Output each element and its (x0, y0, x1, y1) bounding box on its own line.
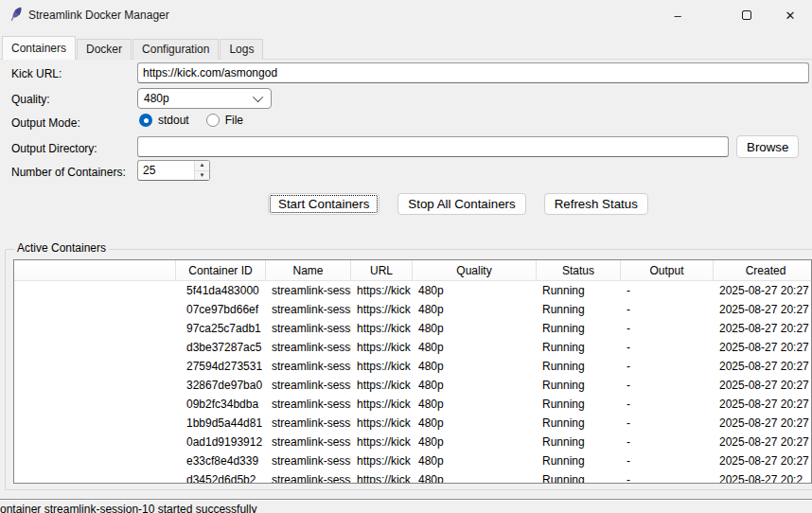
maximize-icon (742, 10, 751, 20)
chevron-down-icon (253, 92, 263, 102)
cell-output: - (621, 433, 714, 451)
cell-quality: 480p (413, 451, 537, 470)
cell-tree (14, 338, 176, 357)
cell-tree (14, 414, 176, 433)
action-buttons: Start Containers Stop All Containers Ref… (268, 193, 648, 215)
tab-containers[interactable]: Containers (2, 36, 76, 60)
column-header-name[interactable]: Name (266, 260, 351, 280)
cell-container-id: 0ad1d9193912 (176, 433, 266, 451)
radio-unselected-icon[interactable] (206, 114, 220, 127)
cell-name: streamlink-sessio (266, 300, 351, 319)
column-header-url[interactable]: URL (351, 260, 413, 280)
cell-name: streamlink-sessio (266, 357, 351, 376)
cell-status: Running (537, 395, 621, 414)
column-header-created[interactable]: Created (714, 260, 812, 280)
cell-output: - (621, 300, 714, 319)
cell-created: 2025-08-27 20:27 (714, 357, 812, 376)
table-row[interactable]: 27594d273531streamlink-sessiohttps://kic… (14, 357, 811, 376)
start-containers-button[interactable]: Start Containers (268, 193, 380, 215)
cell-tree (14, 300, 176, 319)
cell-url: https://kick (351, 338, 413, 357)
cell-status: Running (537, 281, 621, 300)
table-row[interactable]: 5f41da483000streamlink-sessiohttps://kic… (14, 281, 811, 300)
tab-configuration[interactable]: Configuration (132, 39, 219, 60)
cell-created: 2025-08-27 20:27 (714, 433, 812, 451)
cell-output: - (621, 470, 714, 483)
table-row[interactable]: 1bb9d5a44d81streamlink-sessiohttps://kic… (14, 414, 811, 433)
quality-select[interactable]: 480p (137, 88, 272, 109)
output-directory-input[interactable] (137, 136, 729, 157)
column-header-tree[interactable] (14, 260, 176, 280)
cell-name: streamlink-sessio (266, 395, 351, 414)
cell-output: - (621, 281, 714, 300)
table-row[interactable]: d3452d6d5b2streamlink-sessiohttps://kick… (14, 470, 811, 483)
quality-selected-value: 480p (144, 89, 169, 108)
cell-url: https://kick (351, 319, 413, 338)
kick-url-input[interactable]: https://kick.com/asmongod (137, 62, 809, 83)
cell-quality: 480p (413, 414, 537, 433)
cell-url: https://kick (351, 470, 413, 483)
cell-container-id: 27594d273531 (176, 357, 266, 376)
table-row[interactable]: 0ad1d9193912streamlink-sessiohttps://kic… (14, 433, 811, 451)
column-header-output[interactable]: Output (621, 260, 714, 280)
radio-option-file[interactable]: File (206, 114, 243, 127)
cell-created: 2025-08-27 20:27 (714, 451, 812, 470)
cell-output: - (621, 395, 714, 414)
table-row[interactable]: 09b2fc34bdbastreamlink-sessiohttps://kic… (14, 395, 811, 414)
cell-container-id: d3be37287ac5 (176, 338, 266, 357)
app-feather-icon (9, 7, 24, 22)
cell-url: https://kick (351, 281, 413, 300)
stepper-arrows: ▲ ▼ (194, 161, 209, 180)
cell-created: 2025-08-27 20:27 (714, 338, 812, 357)
cell-tree (14, 319, 176, 338)
table-row[interactable]: 97ca25c7adb1streamlink-sessiohttps://kic… (14, 319, 811, 338)
output-mode-label: Output Mode: (11, 116, 80, 130)
num-containers-label: Number of Containers: (11, 166, 126, 179)
stepper-down-icon[interactable]: ▼ (195, 171, 209, 181)
cell-name: streamlink-sessio (266, 414, 351, 433)
refresh-status-button[interactable]: Refresh Status (544, 193, 648, 215)
table-body: 5f41da483000streamlink-sessiohttps://kic… (14, 281, 811, 483)
num-containers-stepper[interactable]: 25 ▲ ▼ (137, 160, 210, 181)
tab-bar: ContainersDockerConfigurationLogs (2, 38, 264, 60)
table-row[interactable]: e33cf8e4d339streamlink-sessiohttps://kic… (14, 451, 811, 470)
tab-docker[interactable]: Docker (77, 39, 132, 60)
cell-status: Running (537, 319, 621, 338)
active-containers-group: Active Containers Container IDNameURLQua… (5, 249, 812, 490)
table-row[interactable]: d3be37287ac5streamlink-sessiohttps://kic… (14, 338, 811, 357)
cell-status: Running (537, 376, 621, 395)
stepper-up-icon[interactable]: ▲ (195, 161, 209, 171)
cell-created: 2025-08-27 20:27 (714, 281, 812, 300)
cell-created: 2025-08-27 20:2 (714, 470, 811, 483)
status-bar-text: ontainer streamlink-session-10 started s… (0, 503, 812, 513)
maximize-button[interactable] (725, 0, 768, 30)
radio-option-stdout[interactable]: stdout (139, 114, 189, 127)
cell-created: 2025-08-27 20:27 (714, 414, 812, 433)
cell-quality: 480p (413, 338, 537, 357)
cell-url: https://kick (351, 376, 413, 395)
cell-output: - (621, 357, 714, 376)
radio-selected-icon[interactable] (139, 114, 152, 127)
cell-name: streamlink-sessio (266, 451, 351, 470)
table-row[interactable]: 32867de97ba0streamlink-sessiohttps://kic… (14, 376, 811, 395)
cell-url: https://kick (351, 300, 413, 319)
cell-tree (14, 470, 176, 483)
cell-status: Running (537, 414, 621, 433)
cell-output: - (621, 451, 714, 470)
close-button[interactable]: ✕ (768, 0, 812, 30)
output-mode-group: stdoutFile (139, 114, 243, 127)
cell-created: 2025-08-27 20:27 (714, 395, 812, 414)
cell-tree (14, 376, 176, 395)
column-header-quality[interactable]: Quality (413, 260, 537, 280)
browse-button[interactable]: Browse (736, 135, 799, 158)
cell-container-id: 5f41da483000 (176, 281, 266, 300)
cell-tree (14, 433, 176, 451)
minimize-button[interactable]: – (656, 0, 699, 30)
active-containers-title: Active Containers (14, 241, 109, 255)
stop-all-containers-button[interactable]: Stop All Containers (397, 193, 525, 215)
column-header-container-id[interactable]: Container ID (176, 260, 266, 280)
table-row[interactable]: 07ce97bd66efstreamlink-sessiohttps://kic… (14, 300, 811, 319)
containers-table[interactable]: Container IDNameURLQualityStatusOutputCr… (13, 259, 812, 484)
tab-logs[interactable]: Logs (220, 39, 263, 60)
column-header-status[interactable]: Status (537, 260, 621, 280)
